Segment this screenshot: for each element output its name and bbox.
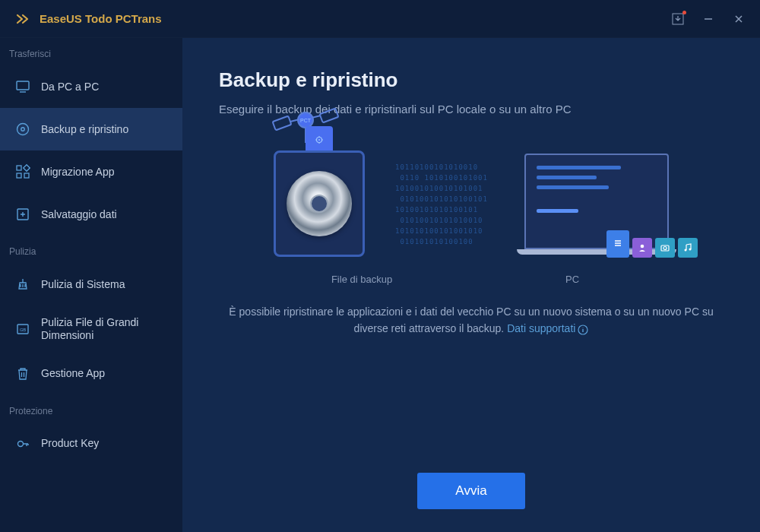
binary-bits: 10110100101010010 0110 1010100101001 101… bbox=[395, 162, 488, 245]
info-icon[interactable] bbox=[578, 325, 588, 335]
illustration-pc bbox=[517, 154, 692, 255]
close-icon[interactable] bbox=[733, 13, 745, 25]
caption-pc: PC bbox=[565, 274, 579, 285]
document-icon bbox=[606, 230, 629, 258]
svg-rect-6 bbox=[17, 166, 21, 170]
sidebar-item-label: Pulizia di Sistema bbox=[41, 278, 125, 291]
svg-rect-14 bbox=[273, 116, 292, 131]
svg-point-13 bbox=[18, 441, 24, 446]
illustration: PCT 10110100101010010 0110 1010100101001… bbox=[219, 150, 724, 257]
sidebar-item-pc-to-pc[interactable]: Da PC a PC bbox=[0, 65, 182, 108]
sidebar-item-app-manager[interactable]: Gestione App bbox=[0, 353, 182, 395]
sidebar-item-product-key[interactable]: Product Key bbox=[0, 423, 182, 465]
svg-text:GB: GB bbox=[20, 328, 27, 332]
sidebar: Trasferisci Da PC a PC Backup e ripristi… bbox=[0, 38, 182, 532]
apps-icon bbox=[15, 164, 30, 179]
disc-icon bbox=[15, 122, 30, 137]
app-title: EaseUS Todo PCTrans bbox=[40, 12, 162, 25]
svg-rect-8 bbox=[17, 173, 21, 178]
sidebar-item-backup-restore[interactable]: Backup e ripristino bbox=[0, 108, 182, 150]
svg-rect-2 bbox=[17, 81, 29, 90]
package-icon bbox=[306, 126, 333, 154]
file-gb-icon: GB bbox=[15, 321, 30, 337]
sidebar-item-label: Pulizia File di Grandi Dimensioni bbox=[41, 316, 167, 342]
sidebar-item-label: Backup e ripristino bbox=[41, 123, 128, 136]
svg-point-26 bbox=[689, 248, 692, 250]
sidebar-item-app-migration[interactable]: Migrazione App bbox=[0, 150, 182, 193]
trash-icon bbox=[15, 366, 30, 382]
svg-point-25 bbox=[685, 249, 687, 251]
svg-rect-9 bbox=[24, 173, 29, 178]
disk-frame-icon bbox=[274, 150, 365, 257]
sidebar-item-label: Product Key bbox=[41, 437, 99, 450]
supported-data-link[interactable]: Dati supportati bbox=[507, 322, 575, 334]
svg-point-22 bbox=[641, 244, 644, 248]
main-panel: Backup e ripristino Eseguire il backup d… bbox=[182, 38, 760, 532]
sidebar-item-label: Migrazione App bbox=[41, 166, 115, 179]
sidebar-item-system-clean[interactable]: Pulizia di Sistema bbox=[0, 263, 182, 306]
illustration-backup-file: PCT bbox=[251, 150, 388, 257]
sidebar-item-label: Salvataggio dati bbox=[41, 208, 117, 221]
sidebar-section-clean: Pulizia bbox=[0, 236, 182, 263]
disk-icon bbox=[287, 171, 352, 236]
app-logo-icon bbox=[15, 11, 32, 27]
music-icon bbox=[678, 238, 698, 258]
description-text: È possibile ripristinare le applicazioni… bbox=[219, 303, 724, 337]
notification-dot-icon bbox=[682, 11, 686, 14]
description-body: È possibile ripristinare le applicazioni… bbox=[229, 306, 713, 334]
svg-point-4 bbox=[17, 124, 29, 135]
svg-rect-7 bbox=[24, 165, 30, 171]
sidebar-item-label: Da PC a PC bbox=[41, 81, 99, 93]
caption-backup-file: File di backup bbox=[331, 274, 392, 285]
window-controls bbox=[672, 13, 745, 25]
cta-wrap: Avvia bbox=[219, 450, 724, 509]
titlebar-left: EaseUS Todo PCTrans bbox=[15, 11, 162, 27]
save-plus-icon bbox=[15, 207, 30, 222]
media-icons-group bbox=[606, 230, 698, 258]
page-title: Backup e ripristino bbox=[219, 68, 724, 92]
key-icon bbox=[15, 436, 30, 451]
illustration-captions: File di backup PC bbox=[219, 274, 724, 285]
svg-point-21 bbox=[318, 139, 320, 141]
sidebar-item-data-save[interactable]: Salvataggio dati bbox=[0, 193, 182, 236]
svg-point-5 bbox=[21, 128, 24, 131]
sidebar-section-transfer: Trasferisci bbox=[0, 38, 182, 65]
satellite-label: PCT bbox=[300, 118, 312, 123]
sidebar-section-protect: Protezione bbox=[0, 395, 182, 423]
svg-rect-15 bbox=[320, 109, 339, 123]
start-button[interactable]: Avvia bbox=[417, 473, 524, 509]
broom-icon bbox=[15, 277, 30, 292]
person-icon bbox=[632, 238, 652, 258]
camera-icon bbox=[655, 238, 675, 258]
download-icon[interactable] bbox=[672, 13, 684, 25]
sidebar-item-big-file-clean[interactable]: GB Pulizia File di Grandi Dimensioni bbox=[0, 306, 182, 353]
data-stream-icon: 10110100101010010 0110 1010100101001 101… bbox=[395, 162, 509, 245]
sidebar-item-label: Gestione App bbox=[41, 367, 105, 380]
monitor-icon bbox=[15, 79, 30, 94]
minimize-icon[interactable] bbox=[702, 13, 714, 25]
titlebar: EaseUS Todo PCTrans bbox=[0, 0, 760, 38]
svg-point-24 bbox=[663, 246, 667, 249]
